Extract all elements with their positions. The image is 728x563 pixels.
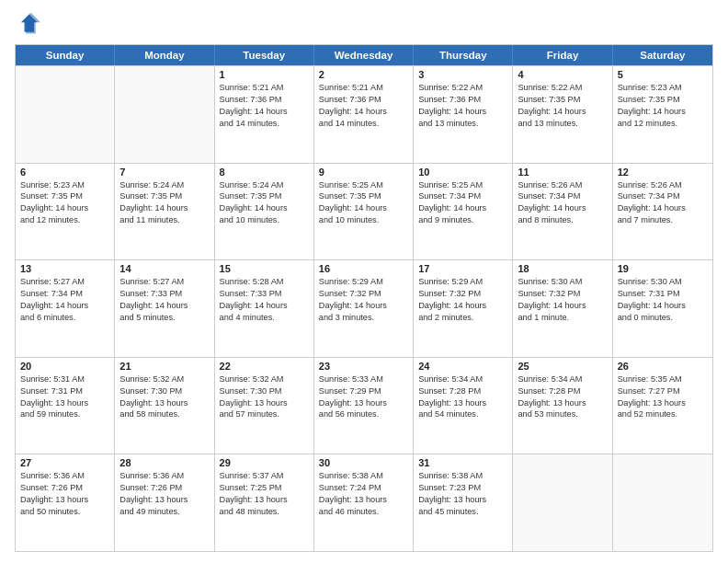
cal-cell: 4Sunrise: 5:22 AMSunset: 7:35 PMDaylight… bbox=[513, 66, 612, 163]
cell-line: and 4 minutes. bbox=[220, 312, 309, 324]
cell-line: and 0 minutes. bbox=[618, 312, 708, 324]
cell-line: Sunset: 7:31 PM bbox=[618, 288, 708, 300]
cell-line: and 9 minutes. bbox=[418, 214, 507, 226]
cell-line: Sunset: 7:36 PM bbox=[220, 94, 309, 106]
cal-cell: 9Sunrise: 5:25 AMSunset: 7:35 PMDaylight… bbox=[314, 164, 414, 260]
cal-cell: 28Sunrise: 5:36 AMSunset: 7:26 PMDayligh… bbox=[115, 454, 214, 551]
day-number: 11 bbox=[518, 167, 607, 178]
day-number: 18 bbox=[518, 263, 607, 274]
cal-header-wednesday: Wednesday bbox=[314, 45, 414, 65]
day-number: 1 bbox=[220, 69, 309, 80]
cell-line: Sunset: 7:29 PM bbox=[319, 385, 408, 397]
cal-cell: 6Sunrise: 5:23 AMSunset: 7:35 PMDaylight… bbox=[16, 164, 115, 260]
cell-line: and 50 minutes. bbox=[20, 506, 109, 518]
cell-line: and 7 minutes. bbox=[618, 214, 708, 226]
cell-line: Daylight: 13 hours bbox=[418, 494, 507, 506]
cell-line: Sunset: 7:30 PM bbox=[119, 385, 209, 397]
day-number: 13 bbox=[20, 263, 109, 274]
cell-line: Sunrise: 5:21 AM bbox=[319, 82, 408, 94]
cell-line: and 59 minutes. bbox=[20, 408, 109, 420]
cell-line: Daylight: 14 hours bbox=[220, 300, 309, 312]
day-number: 29 bbox=[220, 457, 309, 468]
cell-line: and 48 minutes. bbox=[220, 506, 309, 518]
calendar-body: 1Sunrise: 5:21 AMSunset: 7:36 PMDaylight… bbox=[16, 65, 712, 551]
logo-icon bbox=[15, 11, 40, 37]
cell-line: Sunrise: 5:25 AM bbox=[319, 179, 408, 191]
cell-line: Sunrise: 5:26 AM bbox=[618, 179, 708, 191]
day-number: 20 bbox=[20, 361, 109, 372]
calendar: SundayMondayTuesdayWednesdayThursdayFrid… bbox=[15, 44, 713, 552]
cell-line: Sunrise: 5:35 AM bbox=[618, 373, 708, 385]
cell-line: Sunset: 7:35 PM bbox=[319, 190, 408, 202]
cell-line: Sunrise: 5:23 AM bbox=[20, 179, 109, 191]
cal-cell: 31Sunrise: 5:38 AMSunset: 7:23 PMDayligh… bbox=[414, 454, 513, 551]
cell-line: Daylight: 14 hours bbox=[518, 106, 607, 118]
cell-line: Sunset: 7:35 PM bbox=[20, 190, 109, 202]
cell-line: and 12 minutes. bbox=[20, 214, 109, 226]
cell-line: Sunrise: 5:24 AM bbox=[220, 179, 309, 191]
cal-cell: 22Sunrise: 5:32 AMSunset: 7:30 PMDayligh… bbox=[215, 358, 314, 454]
cell-line: Sunrise: 5:27 AM bbox=[20, 276, 109, 288]
cell-line: and 5 minutes. bbox=[119, 312, 209, 324]
cell-line: Sunrise: 5:38 AM bbox=[319, 470, 408, 482]
day-number: 6 bbox=[20, 167, 109, 178]
cell-line: Sunset: 7:30 PM bbox=[220, 385, 309, 397]
cal-header-friday: Friday bbox=[513, 45, 612, 65]
day-number: 25 bbox=[518, 361, 607, 372]
cell-line: and 12 minutes. bbox=[618, 118, 708, 130]
cell-line: Sunset: 7:33 PM bbox=[220, 288, 309, 300]
cell-line: Sunset: 7:34 PM bbox=[518, 190, 607, 202]
cell-line: Daylight: 14 hours bbox=[20, 300, 109, 312]
day-number: 14 bbox=[119, 263, 209, 274]
cal-cell: 26Sunrise: 5:35 AMSunset: 7:27 PMDayligh… bbox=[613, 358, 712, 454]
cell-line: Sunrise: 5:30 AM bbox=[518, 276, 607, 288]
cell-line: Sunset: 7:32 PM bbox=[418, 288, 507, 300]
cell-line: Daylight: 14 hours bbox=[418, 300, 507, 312]
cell-line: Sunset: 7:24 PM bbox=[319, 482, 408, 494]
cell-line: and 58 minutes. bbox=[119, 408, 209, 420]
cal-cell: 24Sunrise: 5:34 AMSunset: 7:28 PMDayligh… bbox=[414, 358, 513, 454]
cal-cell: 15Sunrise: 5:28 AMSunset: 7:33 PMDayligh… bbox=[215, 260, 314, 357]
cell-line: Sunset: 7:34 PM bbox=[20, 288, 109, 300]
cell-line: Sunrise: 5:22 AM bbox=[518, 82, 607, 94]
day-number: 15 bbox=[220, 263, 309, 274]
cell-line: Daylight: 14 hours bbox=[220, 106, 309, 118]
cal-cell: 13Sunrise: 5:27 AMSunset: 7:34 PMDayligh… bbox=[16, 260, 115, 357]
cell-line: and 10 minutes. bbox=[319, 214, 408, 226]
cal-cell: 30Sunrise: 5:38 AMSunset: 7:24 PMDayligh… bbox=[314, 454, 414, 551]
day-number: 3 bbox=[418, 69, 507, 80]
cal-row-4: 27Sunrise: 5:36 AMSunset: 7:26 PMDayligh… bbox=[16, 454, 712, 551]
cal-cell: 27Sunrise: 5:36 AMSunset: 7:26 PMDayligh… bbox=[16, 454, 115, 551]
cell-line: Sunrise: 5:32 AM bbox=[119, 373, 209, 385]
cell-line: Daylight: 14 hours bbox=[319, 106, 408, 118]
cal-cell: 3Sunrise: 5:22 AMSunset: 7:36 PMDaylight… bbox=[414, 66, 513, 163]
cal-cell: 21Sunrise: 5:32 AMSunset: 7:30 PMDayligh… bbox=[115, 358, 214, 454]
cell-line: Sunrise: 5:31 AM bbox=[20, 373, 109, 385]
cell-line: Sunrise: 5:33 AM bbox=[319, 373, 408, 385]
cell-line: Sunset: 7:35 PM bbox=[618, 94, 708, 106]
cal-cell: 1Sunrise: 5:21 AMSunset: 7:36 PMDaylight… bbox=[215, 66, 314, 163]
cell-line: and 2 minutes. bbox=[418, 312, 507, 324]
cal-cell: 5Sunrise: 5:23 AMSunset: 7:35 PMDaylight… bbox=[613, 66, 712, 163]
cal-cell: 2Sunrise: 5:21 AMSunset: 7:36 PMDaylight… bbox=[314, 66, 414, 163]
day-number: 22 bbox=[220, 361, 309, 372]
cell-line: Sunset: 7:28 PM bbox=[418, 385, 507, 397]
day-number: 17 bbox=[418, 263, 507, 274]
calendar-header-row: SundayMondayTuesdayWednesdayThursdayFrid… bbox=[16, 45, 712, 65]
cal-cell: 16Sunrise: 5:29 AMSunset: 7:32 PMDayligh… bbox=[314, 260, 414, 357]
cell-line: Sunset: 7:34 PM bbox=[618, 190, 708, 202]
cell-line: and 3 minutes. bbox=[319, 312, 408, 324]
day-number: 28 bbox=[119, 457, 209, 468]
cell-line: Sunrise: 5:37 AM bbox=[220, 470, 309, 482]
cal-cell: 12Sunrise: 5:26 AMSunset: 7:34 PMDayligh… bbox=[613, 164, 712, 260]
cell-line: Sunset: 7:28 PM bbox=[518, 385, 607, 397]
cell-line: Sunset: 7:35 PM bbox=[119, 190, 209, 202]
day-number: 19 bbox=[618, 263, 708, 274]
cell-line: Daylight: 14 hours bbox=[618, 202, 708, 214]
day-number: 31 bbox=[418, 457, 507, 468]
cell-line: Sunset: 7:35 PM bbox=[518, 94, 607, 106]
cell-line: Sunrise: 5:34 AM bbox=[418, 373, 507, 385]
cal-cell: 10Sunrise: 5:25 AMSunset: 7:34 PMDayligh… bbox=[414, 164, 513, 260]
cell-line: Sunrise: 5:28 AM bbox=[220, 276, 309, 288]
cell-line: and 54 minutes. bbox=[418, 408, 507, 420]
